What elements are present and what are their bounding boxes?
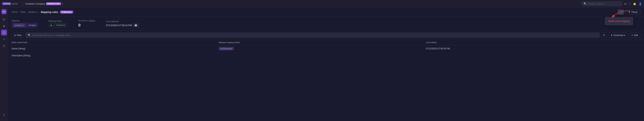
row-expand-icon[interactable]: › (640, 54, 640, 57)
breadcrumb-sep-3: / (39, 11, 40, 13)
sidebar-item-mapping[interactable]: ⬡ (1, 30, 7, 36)
sidebar-item-layers[interactable]: ≡ (1, 36, 7, 42)
header-mapped: Mapped staging fields (219, 41, 426, 44)
breadcrumb-sep-1: / (18, 11, 19, 13)
mapping-from-chip: product_1 (13, 24, 26, 27)
breadcrumb-product1[interactable]: product_1 (28, 11, 38, 13)
delete-mapping-button[interactable]: Delete entire mapping (605, 19, 633, 24)
edit-button[interactable]: ✏ Edit (629, 33, 640, 38)
search-icon: 🔍 (584, 2, 586, 5)
table-row: Description (String) › (8, 52, 644, 59)
field-name-cell: Name (String) (12, 47, 219, 50)
page-title: Mapping rules (41, 11, 58, 14)
field-name-cell: Description (String) (12, 54, 219, 57)
breadcrumb: Home / Teste / product_1 / Mapping rules… (12, 11, 73, 14)
search-shortcut-text: Ctrl+K to search... (588, 3, 605, 5)
environment-badge[interactable]: PRODUCTION (46, 2, 61, 5)
notifications-icon[interactable]: 🔔 (633, 2, 636, 5)
avatar[interactable]: CU (2, 9, 6, 14)
stat-mapping: Mapping product_1 → Product (12, 20, 38, 28)
records-label: Records in staging (78, 20, 95, 22)
logo-area: TOTVS carol (2, 2, 18, 5)
breadcrumb-teste[interactable]: Teste (20, 11, 26, 13)
filter-button[interactable]: ⊟ Filter (12, 33, 24, 38)
search-field-icon: 🔍 (28, 34, 31, 37)
breadcrumb-home[interactable]: Home (12, 11, 18, 13)
company-badge: Customer Company PRODUCTION ▾ (25, 2, 63, 5)
stat-status: Mapping status ✓ Published (48, 20, 68, 27)
more-options-dropdown: Delete entire mapping (605, 17, 633, 25)
search-input[interactable] (32, 34, 597, 37)
mapped-chip: productname (219, 47, 234, 50)
sidebar-item-data[interactable]: ◈ (1, 23, 7, 29)
last-edited-cell: 07/12/2023 07:59:24 PM (426, 47, 633, 50)
global-search[interactable]: 🔍 Ctrl+K to search... (582, 2, 622, 6)
pause-button[interactable]: ⏸ Pause (626, 10, 640, 15)
refresh-button[interactable]: ↻ (601, 33, 607, 38)
top-navigation: TOTVS carol Customer Company PRODUCTION … (0, 0, 644, 8)
header-field: Data model field (12, 41, 219, 44)
filter-icon: ⊟ (14, 34, 16, 37)
check-icon: ✓ (53, 24, 55, 27)
status-label: Mapping status (48, 20, 68, 22)
sidebar-item-home[interactable]: ⊟ (1, 17, 7, 22)
stat-records: Records in staging 0 (78, 20, 95, 28)
nav-icon-group: ⊞ ? 🔔 👤 (624, 2, 642, 5)
mapping-arrow-icon: → (26, 24, 28, 26)
sidebar-bottom: ⠿ (1, 112, 7, 119)
company-name: Customer Company (25, 3, 45, 5)
sidebar: CU ⊟ ◈ ⬡ ≡ ◎ ⠿ (0, 8, 8, 121)
breadcrumb-actions: ··· ⏸ Pause (618, 10, 640, 15)
mapping-to-chip: Product (29, 24, 36, 26)
pause-label: Pause (632, 11, 638, 13)
edit-icon: ✏ (632, 34, 633, 37)
last-published-row: 07/12/2023 07:59:24 PM 📅 (106, 24, 138, 27)
status-badge: Published (60, 11, 73, 14)
app-layout: CU ⊟ ◈ ⬡ ≡ ◎ ⠿ Home / Teste / product_1 … (0, 8, 644, 121)
pause-icon: ⏸ (628, 11, 630, 13)
mapping-value: product_1 → Product (12, 23, 38, 28)
download-label: Download (614, 34, 623, 37)
stat-last-published: Last published 07/12/2023 07:59:24 PM 📅 (106, 20, 138, 27)
table-row: Name (String) productname 07/12/2023 07:… (8, 45, 644, 52)
sidebar-item-circle[interactable]: ◎ (1, 43, 7, 49)
chevron-down-icon: ▾ (62, 3, 63, 5)
header-last-edited: Last edited (426, 41, 633, 44)
row-expand-icon[interactable]: › (640, 47, 640, 50)
table-header: Data model field Mapped staging fields L… (8, 40, 644, 45)
last-published-label: Last published (106, 20, 138, 23)
breadcrumb-sep-2: / (26, 11, 27, 13)
download-button[interactable]: ⬇ Download ▾ (608, 33, 628, 38)
breadcrumb-bar: Home / Teste / product_1 / Mapping rules… (8, 8, 644, 17)
search-field-wrap[interactable]: 🔍 (26, 33, 600, 38)
sidebar-item-grid[interactable]: ⠿ (1, 112, 7, 118)
last-published-value: 07/12/2023 07:59:24 PM (106, 24, 132, 27)
totvs-wordmark: TOTVS (2, 2, 11, 5)
main-content: Home / Teste / product_1 / Mapping rules… (8, 8, 644, 121)
filter-label: Filter (17, 34, 22, 37)
table-container: Data model field Mapped staging fields L… (8, 40, 644, 121)
download-chevron-icon: ▾ (624, 34, 625, 37)
more-options-button[interactable]: ··· (618, 10, 624, 15)
toolbar: ⊟ Filter 🔍 ↻ ⬇ Download ▾ ✏ Edit (8, 31, 644, 40)
apps-icon[interactable]: ⊞ (624, 2, 626, 5)
status-chip-label: Published (56, 24, 66, 27)
edit-label: Edit (634, 34, 638, 37)
status-chip: ✓ Published (48, 23, 68, 27)
stats-bar: Mapping product_1 → Product Mapping stat… (8, 17, 644, 31)
nav-divider (23, 2, 23, 6)
status-dot (50, 25, 52, 26)
mapped-field-cell: productname (219, 47, 426, 50)
carol-wordmark: carol (12, 3, 18, 5)
calendar-icon-button[interactable]: 📅 (133, 24, 138, 27)
download-icon: ⬇ (611, 34, 613, 37)
help-icon[interactable]: ? (629, 2, 630, 5)
mapping-label: Mapping (12, 20, 38, 22)
header-actions (633, 41, 640, 44)
totvs-logo: TOTVS carol (2, 2, 18, 5)
user-icon[interactable]: 👤 (639, 2, 642, 5)
records-value: 0 (78, 23, 95, 28)
